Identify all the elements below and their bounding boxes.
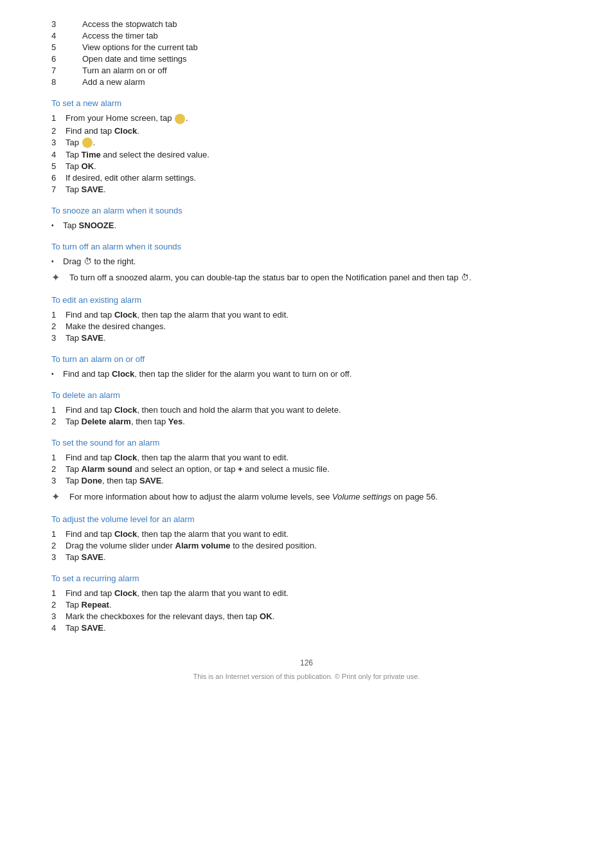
step-rec-2: 2 Tap Repeat.: [51, 600, 562, 610]
section-title-delete-alarm: To delete an alarm: [51, 390, 562, 400]
intro-item-8: 8 Add a new alarm: [51, 77, 562, 87]
section-recurring-alarm: To set a recurring alarm 1 Find and tap …: [51, 574, 562, 633]
step-edit-2: 2 Make the desired changes.: [51, 321, 562, 331]
tip-turn-off: ✦ To turn off a snoozed alarm, you can d…: [51, 273, 562, 284]
home-icon: [175, 114, 185, 124]
section-set-sound: To set the sound for an alarm 1 Find and…: [51, 438, 562, 503]
section-title-set-new-alarm: To set a new alarm: [51, 98, 562, 108]
step-sound-1: 1 Find and tap Clock, then tap the alarm…: [51, 453, 562, 462]
step-delete-1: 1 Find and tap Clock, then touch and hol…: [51, 405, 562, 415]
section-set-new-alarm: To set a new alarm 1 From your Home scre…: [51, 98, 562, 194]
bullet-turn-on-off: • Find and tap Clock, then tap the slide…: [51, 369, 562, 379]
section-title-turn-off: To turn off an alarm when it sounds: [51, 242, 562, 251]
section-adjust-volume: To adjust the volume level for an alarm …: [51, 514, 562, 562]
tip-icon: ✦: [51, 271, 69, 284]
steps-set-sound: 1 Find and tap Clock, then tap the alarm…: [51, 453, 562, 485]
step-edit-3: 3 Tap SAVE.: [51, 333, 562, 343]
steps-adjust-volume: 1 Find and tap Clock, then tap the alarm…: [51, 529, 562, 562]
footer-note: This is an Internet version of this publ…: [51, 673, 562, 680]
step-delete-2: 2 Tap Delete alarm, then tap Yes.: [51, 417, 562, 426]
section-title-set-sound: To set the sound for an alarm: [51, 438, 562, 448]
step-1: 1 From your Home screen, tap .: [51, 113, 562, 124]
steps-edit-alarm: 1 Find and tap Clock, then tap the alarm…: [51, 310, 562, 343]
page-footer: 126: [51, 658, 562, 667]
section-title-recurring: To set a recurring alarm: [51, 574, 562, 583]
tip-set-sound: ✦ For more information about how to adju…: [51, 492, 562, 503]
section-edit-alarm: To edit an existing alarm 1 Find and tap…: [51, 295, 562, 343]
step-4: 4 Tap Time and select the desired value.: [51, 150, 562, 159]
steps-delete-alarm: 1 Find and tap Clock, then touch and hol…: [51, 405, 562, 426]
step-2: 2 Find and tap Clock.: [51, 126, 562, 136]
add-icon: [82, 138, 93, 148]
intro-item-3: 3 Access the stopwatch tab: [51, 19, 562, 29]
step-edit-1: 1 Find and tap Clock, then tap the alarm…: [51, 310, 562, 320]
bullet-snooze: • Tap SNOOZE.: [51, 221, 562, 230]
bullet-turn-off: • Drag ⏱ to the right.: [51, 257, 562, 266]
steps-recurring: 1 Find and tap Clock, then tap the alarm…: [51, 588, 562, 633]
section-title-edit-alarm: To edit an existing alarm: [51, 295, 562, 305]
page-number: 126: [300, 658, 313, 667]
step-sound-2: 2 Tap Alarm sound and select an option, …: [51, 464, 562, 474]
intro-item-7: 7 Turn an alarm on or off: [51, 66, 562, 75]
intro-item-4: 4 Access the timer tab: [51, 31, 562, 41]
step-vol-2: 2 Drag the volume slider under Alarm vol…: [51, 541, 562, 550]
bullet-turn-on-off-1: • Find and tap Clock, then tap the slide…: [51, 369, 562, 379]
section-title-turn-on-off: To turn an alarm on or off: [51, 354, 562, 364]
section-turn-on-off: To turn an alarm on or off • Find and ta…: [51, 354, 562, 379]
intro-numbered-list: 3 Access the stopwatch tab 4 Access the …: [51, 19, 562, 87]
intro-item-5: 5 View options for the current tab: [51, 42, 562, 52]
step-vol-3: 3 Tap SAVE.: [51, 552, 562, 562]
step-3: 3 Tap .: [51, 138, 562, 149]
section-title-snooze: To snooze an alarm when it sounds: [51, 206, 562, 215]
tip-icon-sound: ✦: [51, 491, 69, 503]
step-7: 7 Tap SAVE.: [51, 185, 562, 194]
step-sound-3: 3 Tap Done, then tap SAVE.: [51, 476, 562, 485]
bullet-snooze-1: • Tap SNOOZE.: [51, 221, 562, 230]
section-snooze-alarm: To snooze an alarm when it sounds • Tap …: [51, 206, 562, 230]
step-rec-4: 4 Tap SAVE.: [51, 623, 562, 633]
step-6: 6 If desired, edit other alarm settings.: [51, 173, 562, 183]
bullet-turn-off-1: • Drag ⏱ to the right.: [51, 257, 562, 266]
section-delete-alarm: To delete an alarm 1 Find and tap Clock,…: [51, 390, 562, 426]
section-turn-off-alarm: To turn off an alarm when it sounds • Dr…: [51, 242, 562, 284]
intro-item-6: 6 Open date and time settings: [51, 54, 562, 64]
step-rec-1: 1 Find and tap Clock, then tap the alarm…: [51, 588, 562, 598]
step-5: 5 Tap OK.: [51, 161, 562, 171]
step-vol-1: 1 Find and tap Clock, then tap the alarm…: [51, 529, 562, 539]
steps-set-new-alarm: 1 From your Home screen, tap . 2 Find an…: [51, 113, 562, 194]
step-rec-3: 3 Mark the checkboxes for the relevant d…: [51, 611, 562, 621]
section-title-adjust-volume: To adjust the volume level for an alarm: [51, 514, 562, 524]
